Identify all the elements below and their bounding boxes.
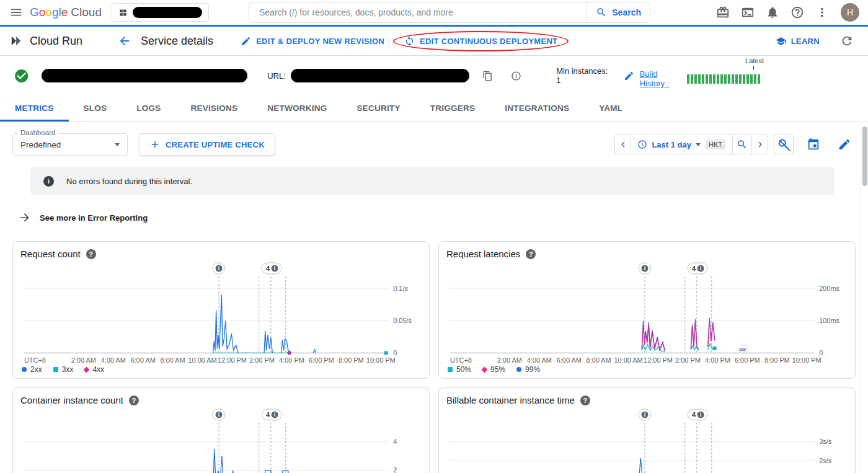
- svg-text:100ms: 100ms: [819, 317, 839, 324]
- svg-text:8:00 PM: 8:00 PM: [764, 356, 790, 364]
- gift-icon: [716, 6, 730, 19]
- metrics-panel: Dashboard Predefined CREATE UPTIME CHECK…: [0, 133, 868, 473]
- tab-security[interactable]: SECURITY: [342, 95, 415, 122]
- menu-button[interactable]: [5, 1, 27, 24]
- reset-zoom-button[interactable]: [774, 135, 794, 154]
- build-bar: [743, 74, 745, 84]
- build-history[interactable]: Build History : Latest: [640, 63, 760, 88]
- calendar-button[interactable]: [802, 133, 825, 156]
- edit-dashboard-button[interactable]: [833, 133, 856, 156]
- svg-text:10:00 AM: 10:00 AM: [614, 356, 643, 364]
- tab-slos[interactable]: SLOS: [69, 95, 122, 122]
- legend-swatch: [516, 367, 521, 372]
- refresh-icon: [840, 34, 854, 48]
- chart-plot[interactable]: 3s/s2s/s1s/sUTC+82:00 AM4:00 AM6:00 AM8:…: [446, 407, 848, 473]
- svg-text:6:00 AM: 6:00 AM: [131, 356, 156, 364]
- dashboard-select[interactable]: Dashboard Predefined: [12, 133, 128, 156]
- legend-item-99%[interactable]: 99%: [516, 365, 540, 374]
- search-button[interactable]: Search: [587, 2, 650, 22]
- help-icon[interactable]: ?: [86, 249, 96, 259]
- tab-revisions[interactable]: REVISIONS: [176, 95, 253, 122]
- info-icon: i: [43, 176, 54, 187]
- svg-text:4: 4: [692, 265, 696, 272]
- min-instances-label: Min instances: 1: [556, 66, 611, 85]
- legend-item-95%[interactable]: 95%: [482, 365, 505, 374]
- svg-text:i: i: [700, 265, 701, 272]
- svg-text:i: i: [644, 412, 645, 418]
- project-selector[interactable]: [112, 3, 209, 22]
- svg-text:8:00 PM: 8:00 PM: [339, 356, 364, 364]
- legend-item-2xx[interactable]: 2xx: [22, 365, 42, 374]
- build-bar: [750, 74, 753, 84]
- chart-plot[interactable]: 200ms100ms0UTC+82:00 AM4:00 AM6:00 AM8:0…: [446, 260, 848, 366]
- svg-text:12:00 PM: 12:00 PM: [218, 356, 247, 364]
- help-icon[interactable]: ?: [129, 396, 139, 405]
- dashboard-select-value: Predefined: [20, 140, 61, 149]
- zoom-in-button[interactable]: [732, 135, 752, 154]
- build-history-link[interactable]: Build History :: [640, 69, 682, 88]
- search-input[interactable]: [249, 7, 587, 17]
- time-range-select[interactable]: Last 1 day HKT: [631, 135, 733, 154]
- pencil-icon: [241, 36, 251, 46]
- redacted-service-url: [291, 69, 469, 82]
- legend-item-50%[interactable]: 50%: [448, 365, 471, 374]
- tab-logs[interactable]: LOGS: [122, 95, 175, 122]
- chart-plot[interactable]: 42UTC+82:00 AM4:00 AM6:00 AM8:00 AM10:00…: [20, 407, 422, 473]
- google-cloud-logo[interactable]: Google Cloud: [30, 6, 102, 19]
- svg-text:4:00 AM: 4:00 AM: [101, 356, 126, 364]
- latest-tick: [753, 66, 754, 69]
- edit-min-instances-button[interactable]: [619, 64, 640, 87]
- legend-item-3xx[interactable]: 3xx: [53, 365, 74, 374]
- build-bar: [739, 74, 742, 84]
- chart-plot[interactable]: 0.1/s0.05/s0UTC+82:00 AM4:00 AM6:00 AM8:…: [20, 260, 422, 366]
- edit-deploy-button[interactable]: EDIT & DEPLOY NEW REVISION: [241, 36, 384, 46]
- legend-item-4xx[interactable]: 4xx: [84, 365, 104, 374]
- time-back-button[interactable]: [614, 135, 631, 154]
- edit-continuous-deployment-button[interactable]: EDIT CONTINUOUS DEPLOYMENT: [404, 36, 557, 46]
- learn-label: LEARN: [791, 37, 820, 46]
- svg-text:i: i: [274, 265, 275, 272]
- svg-text:3s/s: 3s/s: [819, 438, 832, 445]
- svg-text:UTC+8: UTC+8: [450, 356, 472, 364]
- help-button[interactable]: [786, 1, 808, 24]
- cloud-shell-button[interactable]: [737, 1, 759, 24]
- pencil-icon: [624, 71, 634, 81]
- avatar[interactable]: H: [841, 3, 859, 22]
- svg-text:4: 4: [266, 411, 270, 418]
- svg-text:2s/s: 2s/s: [819, 457, 832, 464]
- build-bar: [702, 74, 704, 84]
- time-forward-button[interactable]: [751, 135, 768, 154]
- build-bar: [754, 74, 756, 84]
- copy-url-button[interactable]: [477, 64, 498, 87]
- error-reporting-link[interactable]: See more in Error Reporting: [19, 211, 148, 224]
- create-uptime-check-button[interactable]: CREATE UPTIME CHECK: [139, 133, 275, 156]
- build-bar: [717, 74, 719, 84]
- chart-title: Request count: [20, 249, 81, 259]
- more-options-button[interactable]: [811, 1, 833, 24]
- product-name: Cloud Run: [30, 35, 82, 48]
- pencil-icon: [838, 138, 851, 151]
- vertical-scrollbar[interactable]: [861, 123, 868, 473]
- back-button[interactable]: [113, 30, 136, 52]
- learn-button[interactable]: LEARN: [776, 36, 820, 46]
- notifications-button[interactable]: [761, 1, 784, 24]
- build-bar: [732, 74, 734, 84]
- learn-icon: [776, 36, 786, 46]
- svg-text:2:00 AM: 2:00 AM: [71, 356, 96, 364]
- free-trial-button[interactable]: [712, 1, 734, 24]
- tab-triggers[interactable]: TRIGGERS: [415, 95, 490, 122]
- help-icon[interactable]: ?: [526, 249, 536, 259]
- tab-metrics[interactable]: METRICS: [0, 95, 69, 122]
- help-icon[interactable]: ?: [580, 396, 590, 405]
- url-info-button[interactable]: [505, 64, 526, 87]
- tab-yaml[interactable]: YAML: [584, 95, 637, 122]
- scrollbar-thumb[interactable]: [862, 126, 867, 186]
- tabs: METRICSSLOSLOGSREVISIONSNETWORKINGSECURI…: [0, 95, 868, 122]
- tab-networking[interactable]: NETWORKING: [252, 95, 342, 122]
- product-home-link[interactable]: Cloud Run: [10, 34, 82, 48]
- cloud-logo-word: Cloud: [71, 6, 102, 19]
- svg-text:i: i: [218, 265, 219, 272]
- tab-integrations[interactable]: INTEGRATIONS: [490, 95, 584, 122]
- refresh-button[interactable]: [836, 30, 858, 52]
- build-bar: [724, 74, 727, 84]
